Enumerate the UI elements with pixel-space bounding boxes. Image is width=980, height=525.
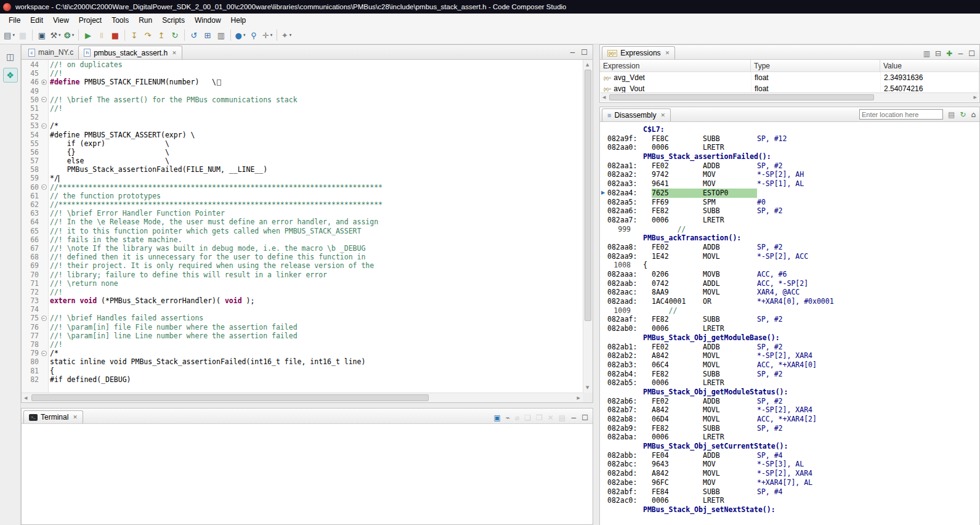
code-line[interactable]: 75−//! \brief Handles failed assertions — [22, 314, 583, 322]
code-line[interactable]: 76//! \param[in] file File number where … — [22, 323, 583, 332]
code-text[interactable]: //! it to this function pointer which ge… — [49, 227, 361, 235]
horizontal-scrollbar-thumb[interactable] — [609, 94, 874, 100]
code-line[interactable]: 65//! it to this function pointer which … — [22, 227, 583, 235]
new-file-button[interactable]: ▤▾ — [2, 28, 16, 42]
memory-button[interactable]: ⊞ — [201, 28, 214, 42]
code-line[interactable]: 51//! — [22, 104, 583, 113]
code-text[interactable]: //! library; failure to define this will… — [49, 271, 327, 279]
connect-icon[interactable]: ⌁ — [506, 414, 510, 421]
close-disassembly-icon[interactable]: ✕ — [660, 112, 665, 118]
scroll-lock-icon[interactable]: ▤ — [559, 414, 565, 421]
disassembly-content[interactable]: C$L7:082a9f:FE8CSUBBSP, #12082aa0:0006LR… — [600, 123, 979, 525]
code-line[interactable]: 56 {} \ — [22, 148, 583, 157]
menu-edit[interactable]: Edit — [25, 15, 48, 26]
code-text[interactable]: PMBus_Stack_assertionFailed(FILE_NUM, __… — [49, 165, 267, 174]
code-line[interactable]: 62//************************************… — [22, 200, 583, 209]
expressions-horizontal-scrollbar[interactable]: ◀ ▶ — [601, 92, 979, 102]
minimize-icon[interactable]: − — [570, 414, 577, 421]
tab-terminal[interactable]: >_ Terminal ✕ — [23, 410, 83, 423]
editor-horizontal-scrollbar[interactable]: ◀ ▶ — [22, 393, 583, 402]
menu-view[interactable]: View — [48, 15, 74, 26]
maximize-icon[interactable]: ☐ — [581, 414, 588, 421]
code-line[interactable]: 71//! \return none — [22, 279, 583, 288]
dropdown-caret-icon[interactable]: ▾ — [72, 33, 75, 38]
step-return-button[interactable]: ↥ — [155, 28, 168, 42]
target-config-button[interactable]: ▣ — [35, 28, 49, 42]
menu-tools[interactable]: Tools — [107, 15, 134, 26]
code-line[interactable]: 59*/ — [22, 174, 583, 182]
dropdown-caret-icon[interactable]: ▾ — [59, 33, 61, 38]
code-line[interactable]: 67//! \note If the library was built in … — [22, 244, 583, 253]
code-text[interactable]: //**************************************… — [49, 183, 383, 192]
code-text[interactable]: //**************************************… — [49, 200, 383, 209]
code-text[interactable]: //! \brief Error Handler Function Pointe… — [49, 209, 225, 218]
code-text[interactable]: //! on duplicates — [49, 60, 123, 69]
code-line[interactable]: 64//! In the \e Release Mode, the user m… — [22, 218, 583, 226]
code-line[interactable]: 81{ — [22, 367, 583, 375]
restore-views-icon[interactable]: ◫ — [3, 49, 18, 64]
code-text[interactable]: if (expr) \ — [49, 139, 169, 148]
editor-tab-pmbus_stack_assert-h[interactable]: hpmbus_stack_assert.h✕ — [78, 46, 182, 59]
menu-project[interactable]: Project — [74, 15, 107, 26]
code-line[interactable]: 57 else \ — [22, 157, 583, 165]
home-icon[interactable]: ⌂ — [971, 111, 976, 118]
show-type-names-icon[interactable]: ▥ — [923, 50, 930, 57]
resume-button[interactable]: ▶ — [81, 28, 95, 42]
expression-row[interactable]: (x)=avg_Vdetfloat2.34931636 — [601, 72, 979, 83]
minimize-icon[interactable]: − — [957, 50, 963, 57]
fold-collapse-icon[interactable]: − — [41, 315, 47, 321]
close-terminal-icon[interactable]: ✕ — [73, 414, 78, 420]
disconnect-icon[interactable]: ⌀ — [515, 414, 519, 421]
pin-button[interactable]: ✦▾ — [280, 28, 293, 42]
code-text[interactable]: //! In the \e Release Mode, the user mus… — [49, 218, 378, 226]
code-text[interactable]: //! their project. It is only required w… — [49, 261, 374, 270]
restart-button[interactable]: ↻ — [168, 28, 182, 42]
scroll-down-icon[interactable]: ▼ — [586, 385, 589, 390]
code-text[interactable]: //! — [49, 69, 63, 78]
clear-terminal-icon[interactable]: ✕ — [548, 414, 554, 421]
menu-window[interactable]: Window — [190, 15, 226, 26]
dropdown-caret-icon[interactable]: ▾ — [270, 33, 273, 38]
code-text[interactable]: static inline void PMBus_Stack_assertion… — [49, 357, 365, 366]
code-line[interactable]: 44//! on duplicates — [22, 60, 583, 69]
maximize-icon[interactable]: ☐ — [968, 50, 975, 57]
code-text[interactable]: //! — [49, 104, 63, 113]
code-text[interactable]: // the function prototypes — [49, 192, 161, 200]
code-line[interactable]: 77//! \param[in] line Line number where … — [22, 332, 583, 340]
search-button[interactable]: ⚲ — [247, 28, 261, 42]
new-breakpoint-button[interactable]: ●▾ — [233, 28, 247, 42]
code-text[interactable]: //! — [49, 340, 63, 349]
code-text[interactable]: extern void (*PMBus_Stack_errorHandler)(… — [49, 296, 254, 305]
code-line[interactable]: 78//! — [22, 340, 583, 349]
code-text[interactable]: #if defined(_DEBUG) — [49, 375, 131, 384]
menu-scripts[interactable]: Scripts — [157, 15, 190, 26]
scroll-right-icon[interactable]: ▶ — [974, 95, 977, 100]
menu-run[interactable]: Run — [134, 15, 157, 26]
code-text[interactable]: /* — [49, 349, 59, 357]
code-line[interactable]: 79−/* — [22, 349, 583, 357]
refresh-icon[interactable]: ↻ — [960, 111, 966, 118]
code-text[interactable]: */ — [49, 174, 59, 182]
copy-icon[interactable]: ❏ — [524, 414, 531, 421]
code-text[interactable]: #define PMBUS_STACK_FILENUM(number) \ — [49, 78, 221, 86]
terminate-button[interactable]: ■ — [108, 28, 122, 42]
code-line[interactable]: 80static inline void PMBus_Stack_asserti… — [22, 357, 583, 366]
fold-collapse-icon[interactable]: − — [41, 351, 47, 356]
scroll-left-icon[interactable]: ◀ — [602, 95, 605, 100]
close-tab-icon[interactable]: ✕ — [172, 50, 177, 56]
save-button[interactable]: ▦ — [16, 28, 30, 42]
code-line[interactable]: 68//! defined then it is unnecessary for… — [22, 253, 583, 261]
code-text[interactable]: //! \brief Handles failed assertions — [49, 314, 203, 322]
scroll-up-icon[interactable]: ▲ — [586, 62, 589, 67]
code-line[interactable]: 74 — [22, 305, 583, 314]
column-header-expression[interactable]: Expression — [600, 60, 751, 71]
registers-button[interactable]: ▥ — [214, 28, 228, 42]
step-over-button[interactable]: ↷ — [141, 28, 155, 42]
code-text[interactable]: else \ — [49, 157, 169, 165]
code-text[interactable]: //! \note If the library was built in de… — [49, 244, 365, 253]
collapse-all-icon[interactable]: ⊟ — [935, 50, 941, 57]
tab-disassembly[interactable]: ≡ Disassembly ✕ — [602, 108, 671, 121]
code-text[interactable]: {} \ — [49, 148, 169, 157]
terminal-content[interactable] — [22, 424, 593, 524]
dropdown-caret-icon[interactable]: ▾ — [243, 33, 246, 38]
